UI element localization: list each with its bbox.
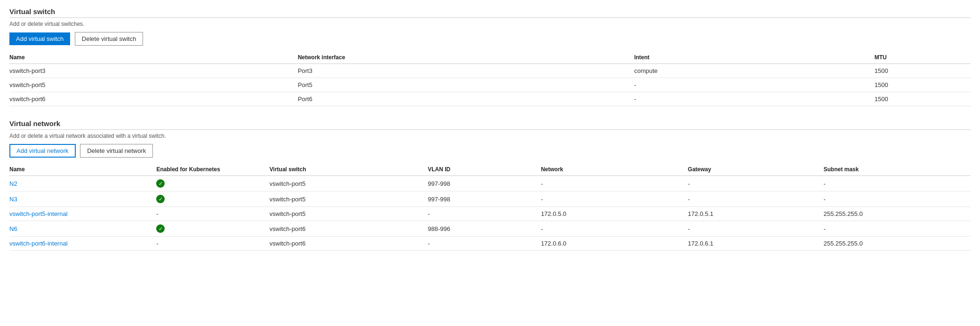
vn-row-name-cell: vswitch-port5-internal [9,207,156,221]
vn-row-name-link[interactable]: N6 [9,225,17,232]
virtual-network-table: Name Enabled for Kubernetes Virtual swit… [9,163,971,251]
vn-row-vswitch: vswitch-port5 [270,207,428,221]
virtual-switch-table-header: Name Network interface Intent MTU [9,51,971,64]
add-virtual-switch-button[interactable]: Add virtual switch [9,32,70,45]
vn-row-name-cell: N2 [9,176,156,191]
list-item: vswitch-port6-internal - vswitch-port6 -… [9,237,971,251]
vn-row-enabled-k8s: - [156,237,269,251]
table-row: vswitch-port3 Port3 compute 1500 [9,64,971,78]
vn-col-vlan-id: VLAN ID [428,163,541,176]
vn-row-enabled-k8s: ✓ [156,191,269,207]
vn-col-name: Name [9,163,156,176]
vn-row-vlan-id: 997-998 [428,191,541,207]
vn-row-vlan-id: 988-996 [428,221,541,237]
virtual-switch-table: Name Network interface Intent MTU vswitc… [9,51,971,106]
virtual-switch-section: Virtual switch Add or delete virtual swi… [9,8,971,106]
vn-row-vswitch: vswitch-port5 [270,191,428,207]
vn-row-gateway: 172.0.5.1 [688,207,823,221]
vn-row-subnet-mask: - [824,191,971,207]
virtual-network-header-row: Name Enabled for Kubernetes Virtual swit… [9,163,971,176]
vn-row-network: 172.0.5.0 [541,207,688,221]
add-virtual-network-button[interactable]: Add virtual network [9,144,76,158]
list-item: N6 ✓ vswitch-port6 988-996 - - - [9,221,971,237]
vs-col-mtu: MTU [875,51,971,64]
vn-row-enabled-k8s: - [156,207,269,221]
vn-row-vswitch: vswitch-port6 [270,237,428,251]
enabled-check-icon: ✓ [156,179,165,188]
virtual-network-divider [9,129,971,130]
vn-row-network: - [541,176,688,191]
vs-row-intent: - [634,78,875,92]
enabled-dash: - [156,210,158,217]
vn-row-name-cell: N3 [9,191,156,207]
vn-row-subnet-mask: - [824,176,971,191]
virtual-switch-table-body: vswitch-port3 Port3 compute 1500 vswitch… [9,64,971,106]
virtual-network-description: Add or delete a virtual network associat… [9,133,971,139]
vs-col-name: Name [9,51,298,64]
vn-row-subnet-mask: 255.255.255.0 [824,237,971,251]
vs-row-mtu: 1500 [875,78,971,92]
vn-row-name-cell: N6 [9,221,156,237]
vn-row-subnet-mask: 255.255.255.0 [824,207,971,221]
vn-col-subnet-mask: Subnet mask [824,163,971,176]
vn-row-name-link[interactable]: vswitch-port6-internal [9,240,68,247]
vn-col-gateway: Gateway [688,163,823,176]
virtual-network-section: Virtual network Add or delete a virtual … [9,119,971,251]
vs-col-intent: Intent [634,51,875,64]
vn-row-vswitch: vswitch-port5 [270,176,428,191]
vn-row-vswitch: vswitch-port6 [270,221,428,237]
vn-row-network: - [541,191,688,207]
virtual-switch-buttons: Add virtual switch Delete virtual switch [9,32,971,46]
list-item: N3 ✓ vswitch-port5 997-998 - - - [9,191,971,207]
vs-row-intent: - [634,92,875,106]
vn-row-network: 172.0.6.0 [541,237,688,251]
virtual-switch-title: Virtual switch [9,8,971,16]
table-row: vswitch-port5 Port5 - 1500 [9,78,971,92]
list-item: N2 ✓ vswitch-port5 997-998 - - - [9,176,971,191]
virtual-network-buttons: Add virtual network Delete virtual netwo… [9,144,971,158]
virtual-switch-description: Add or delete virtual switches. [9,21,971,27]
vs-row-network-interface: Port3 [298,64,634,78]
vs-row-name: vswitch-port3 [9,64,298,78]
vn-row-name-cell: vswitch-port6-internal [9,237,156,251]
vn-row-gateway: - [688,221,823,237]
vn-row-name-link[interactable]: N2 [9,180,17,187]
vs-row-network-interface: Port5 [298,78,634,92]
vn-row-gateway: 172.0.6.1 [688,237,823,251]
enabled-dash: - [156,240,158,247]
virtual-switch-header-row: Name Network interface Intent MTU [9,51,971,64]
enabled-check-icon: ✓ [156,195,165,203]
vn-row-subnet-mask: - [824,221,971,237]
virtual-network-title: Virtual network [9,119,971,127]
vn-row-name-link[interactable]: vswitch-port5-internal [9,210,68,217]
vs-row-name: vswitch-port6 [9,92,298,106]
vn-row-enabled-k8s: ✓ [156,176,269,191]
vn-row-name-link[interactable]: N3 [9,196,17,203]
vs-row-name: vswitch-port5 [9,78,298,92]
table-row: vswitch-port6 Port6 - 1500 [9,92,971,106]
vn-row-vlan-id: - [428,207,541,221]
vn-col-vswitch: Virtual switch [270,163,428,176]
virtual-network-table-header: Name Enabled for Kubernetes Virtual swit… [9,163,971,176]
vs-row-mtu: 1500 [875,64,971,78]
vn-row-gateway: - [688,176,823,191]
vs-row-network-interface: Port6 [298,92,634,106]
delete-virtual-network-button[interactable]: Delete virtual network [80,144,153,158]
delete-virtual-switch-button[interactable]: Delete virtual switch [75,32,143,46]
vn-row-vlan-id: 997-998 [428,176,541,191]
enabled-check-icon: ✓ [156,224,165,233]
vn-row-gateway: - [688,191,823,207]
vs-row-mtu: 1500 [875,92,971,106]
vs-col-network-interface: Network interface [298,51,634,64]
vn-row-enabled-k8s: ✓ [156,221,269,237]
vn-row-network: - [541,221,688,237]
virtual-network-table-body: N2 ✓ vswitch-port5 997-998 - - - N3 ✓ vs… [9,176,971,251]
virtual-switch-divider [9,17,971,18]
vn-row-vlan-id: - [428,237,541,251]
vs-row-intent: compute [634,64,875,78]
list-item: vswitch-port5-internal - vswitch-port5 -… [9,207,971,221]
vn-col-enabled-k8s: Enabled for Kubernetes [156,163,269,176]
vn-col-network: Network [541,163,688,176]
